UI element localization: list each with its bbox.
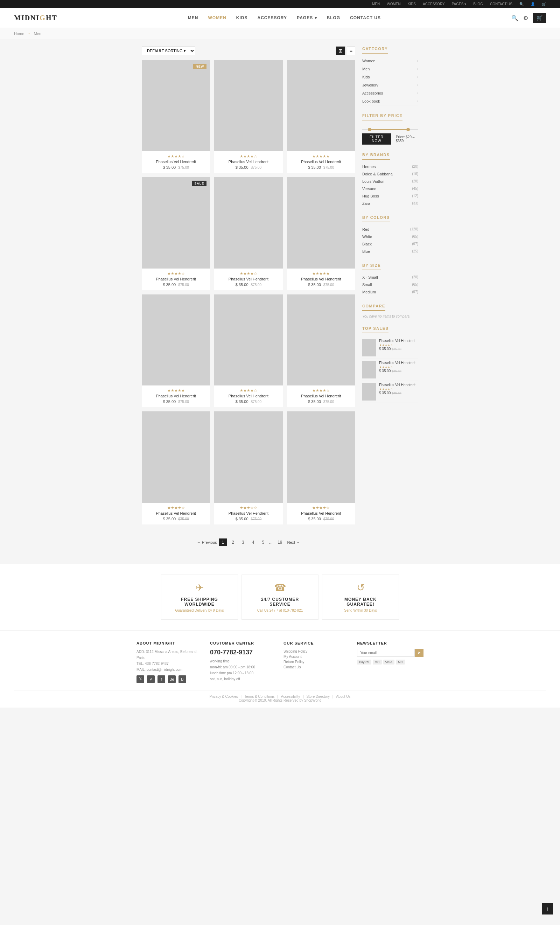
- product-info: ★★★★☆ Phasellus Vel Hendrerit $ 35.00 $7…: [214, 386, 283, 407]
- brand-item[interactable]: Versace(45): [362, 185, 418, 193]
- product-card[interactable]: QUICK LOOK ★★★★☆ Phasellus Vel Hendrerit…: [287, 411, 355, 524]
- size-item[interactable]: Medium(97): [362, 288, 418, 296]
- brand-item[interactable]: Hermes(20): [362, 163, 418, 170]
- footer-newsletter-title: NEWSLETTER: [357, 641, 423, 645]
- page-19[interactable]: 19: [275, 538, 285, 546]
- product-card[interactable]: QUICK LOOK ★★★☆☆ Phasellus Vel Hendrerit…: [214, 411, 283, 524]
- settings-icon[interactable]: ⚙: [523, 15, 528, 21]
- product-card[interactable]: NEW 🛒 ♡ QUICK LOOK ★★★★☆ Phasellus Vel H…: [142, 60, 210, 173]
- category-item[interactable]: Accessories›: [362, 89, 418, 97]
- product-card[interactable]: QUICK LOOK ★★★★★ Phasellus Vel Hendrerit…: [142, 294, 210, 407]
- product-image: QUICK LOOK: [287, 411, 355, 502]
- grid-view-button[interactable]: ⊞: [336, 46, 345, 55]
- product-image: SALE QUICK LOOK: [142, 177, 210, 268]
- topbar-cart-icon[interactable]: 🛒: [542, 2, 546, 6]
- behance-icon[interactable]: Bē: [168, 675, 176, 683]
- nav-pages[interactable]: PAGES ▾: [297, 15, 317, 20]
- brand-item[interactable]: Louis Vuitton(28): [362, 178, 418, 185]
- cart-add-icon[interactable]: 🛒: [163, 142, 175, 151]
- category-link[interactable]: Jewellery: [362, 83, 378, 87]
- price-handle-max[interactable]: [406, 128, 410, 131]
- page-2[interactable]: 2: [229, 538, 237, 546]
- filter-now-button[interactable]: FILTER NOW: [362, 133, 391, 145]
- footer-service-link[interactable]: Return Policy: [283, 659, 350, 664]
- footer-service-link[interactable]: Shipping Policy: [283, 649, 350, 654]
- footer-accessibility[interactable]: Accessibility: [281, 695, 300, 699]
- pinterest-icon[interactable]: P: [147, 675, 155, 683]
- blogger-icon[interactable]: B: [179, 675, 186, 683]
- product-card[interactable]: QUICK LOOK ★★★★☆ Phasellus Vel Hendrerit…: [142, 411, 210, 524]
- color-item[interactable]: White(65): [362, 233, 418, 241]
- category-link[interactable]: Accessories: [362, 91, 383, 95]
- sort-select[interactable]: DEFAULT SORTING ▾ Price: Low to High Pri…: [142, 46, 195, 55]
- page-1[interactable]: 1: [219, 538, 227, 546]
- category-item[interactable]: Women›: [362, 57, 418, 65]
- size-item[interactable]: X - Small(20): [362, 274, 418, 281]
- category-item[interactable]: Kids›: [362, 73, 418, 81]
- nav-women[interactable]: WOMEN: [208, 15, 226, 20]
- category-link[interactable]: Look book: [362, 99, 380, 103]
- price-slider[interactable]: [362, 129, 418, 130]
- next-button[interactable]: Next →: [287, 540, 300, 544]
- newsletter-submit[interactable]: ➤: [415, 649, 423, 657]
- color-item[interactable]: Red(120): [362, 226, 418, 233]
- prev-button[interactable]: ← Previous: [197, 540, 217, 544]
- breadcrumb-current[interactable]: Men: [34, 32, 41, 36]
- page-3[interactable]: 3: [239, 538, 247, 546]
- topbar-contact[interactable]: CONTACT US: [490, 2, 512, 6]
- topbar-women[interactable]: WOMEN: [387, 2, 400, 6]
- page-5[interactable]: 5: [259, 538, 267, 546]
- category-link[interactable]: Men: [362, 67, 370, 71]
- footer-store-directory[interactable]: Store Directory: [306, 695, 330, 699]
- footer-privacy[interactable]: Privacy & Cookies: [210, 695, 238, 699]
- nav-contact[interactable]: CONTACT US: [350, 15, 381, 20]
- brand-item[interactable]: Zara(33): [362, 200, 418, 207]
- category-item[interactable]: Men›: [362, 65, 418, 73]
- search-icon[interactable]: 🔍: [511, 15, 518, 21]
- product-card[interactable]: QUICK LOOK ★★★★☆ Phasellus Vel Hendrerit…: [214, 177, 283, 290]
- twitter-icon[interactable]: 𝕏: [137, 675, 144, 683]
- product-card[interactable]: QUICK LOOK ★★★★★ Phasellus Vel Hendrerit…: [287, 60, 355, 173]
- topbar-pages[interactable]: PAGES ▾: [452, 2, 467, 6]
- topbar-search-icon[interactable]: 🔍: [519, 2, 524, 6]
- size-item[interactable]: Small(65): [362, 281, 418, 288]
- wishlist-icon[interactable]: ♡: [178, 142, 189, 151]
- product-card[interactable]: QUICK LOOK ★★★★☆ Phasellus Vel Hendrerit…: [214, 294, 283, 407]
- top-sale-item[interactable]: Phasellus Vel Hendrerit ★★★★☆ $ 35.00 $7…: [362, 381, 418, 403]
- footer-service-link[interactable]: Contact Us: [283, 664, 350, 670]
- topbar-kids[interactable]: KIDS: [408, 2, 416, 6]
- product-card[interactable]: SALE QUICK LOOK ★★★★☆ Phasellus Vel Hend…: [142, 177, 210, 290]
- footer-about-us[interactable]: About Us: [336, 695, 350, 699]
- footer-terms[interactable]: Terms & Conditions: [244, 695, 275, 699]
- topbar-men[interactable]: MEN: [372, 2, 380, 6]
- nav-accessory[interactable]: ACCESSORY: [257, 15, 287, 20]
- size-count: (65): [412, 283, 418, 287]
- color-item[interactable]: Black(97): [362, 241, 418, 248]
- breadcrumb-home[interactable]: Home: [14, 32, 24, 36]
- product-card[interactable]: QUICK LOOK ★★★★☆ Phasellus Vel Hendrerit…: [287, 294, 355, 407]
- brand-item[interactable]: Dolce & Gabbana(16): [362, 170, 418, 178]
- facebook-icon[interactable]: f: [158, 675, 165, 683]
- topbar-user-icon[interactable]: 👤: [531, 2, 535, 6]
- topbar-accessory[interactable]: ACCESSORY: [423, 2, 445, 6]
- topbar-blog[interactable]: BLOG: [473, 2, 483, 6]
- newsletter-input[interactable]: [357, 649, 415, 657]
- category-item[interactable]: Jewellery›: [362, 81, 418, 89]
- brand-item[interactable]: Hug Boss(12): [362, 193, 418, 200]
- category-item[interactable]: Look book›: [362, 97, 418, 105]
- product-card[interactable]: QUICK LOOK ★★★★☆ Phasellus Vel Hendrerit…: [214, 60, 283, 173]
- nav-blog[interactable]: BLOG: [327, 15, 340, 20]
- category-link[interactable]: Kids: [362, 75, 370, 79]
- nav-men[interactable]: MEN: [188, 15, 199, 20]
- top-sale-item[interactable]: Phasellus Vel Hendrerit ★★★★☆ $ 35.00 $7…: [362, 359, 418, 381]
- color-item[interactable]: Blue(25): [362, 248, 418, 255]
- top-sale-item[interactable]: Phasellus Vel Hendrerit ★★★★☆ $ 35.00 $7…: [362, 337, 418, 359]
- nav-kids[interactable]: KIDS: [236, 15, 248, 20]
- page-4[interactable]: 4: [249, 538, 257, 546]
- list-view-button[interactable]: ≡: [347, 46, 355, 55]
- product-card[interactable]: QUICK LOOK ★★★★★ Phasellus Vel Hendrerit…: [287, 177, 355, 290]
- category-link[interactable]: Women: [362, 59, 376, 63]
- price-handle-min[interactable]: [368, 128, 371, 131]
- footer-service-link[interactable]: My Account: [283, 654, 350, 659]
- cart-icon[interactable]: 🛒: [533, 13, 546, 23]
